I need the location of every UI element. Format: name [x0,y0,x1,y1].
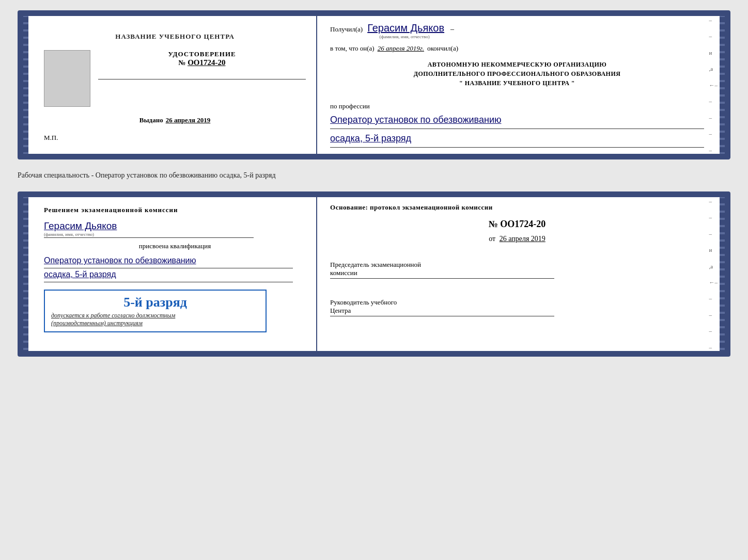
cert1-number-sign: № [179,59,186,67]
certificate-2: Решением экзаменационной комиссии Гераси… [18,191,730,357]
cert1-number-value: OO1724-20 [188,58,225,67]
cert2-name: Герасим Дьяков [44,220,117,232]
cert1-finished-label: окончил(а) [427,44,458,53]
cert1-dash: – [450,25,454,34]
cert2-stamp-box: 5-й разряд допускается к работе согласно… [44,290,267,332]
cert2-head-section: Руководитель учебного Центра [330,294,704,316]
cert1-right-panel: Получил(а) Герасим Дьяков (фамилия, имя,… [317,12,729,158]
cert1-fio-label: (фамилия, имя, отчество) [380,34,430,39]
cert1-in-that-row: в том, что он(а) 26 апреля 2019г. окончи… [330,44,704,53]
cert1-school-name: НАЗВАНИЕ УЧЕБНОГО ЦЕНТРА [115,33,235,41]
cert2-date-value: 26 апреля 2019 [500,235,546,243]
cert2-basis-label: Основание: протокол экзаменационной коми… [330,203,704,212]
cert1-number-label: УДОСТОВЕРЕНИЕ [98,50,306,58]
cert2-name-section: Герасим Дьяков (фамилия, имя, отчество) [44,218,306,238]
photo-placeholder [44,50,90,107]
cert1-profession-value: Оператор установок по обезвоживанию [330,114,704,126]
right-strip-2 [720,193,729,355]
cert2-chairman-section: Председатель экзаменационной комиссии [330,257,704,279]
right-strip [720,12,729,158]
cert2-decision-title: Решением экзаменационной комиссии [44,206,306,214]
cert1-completion-date: 26 апреля 2019г. [378,44,424,53]
cert2-chairman-label: Председатель экзаменационной комиссии [330,261,704,277]
cert1-number-section: УДОСТОВЕРЕНИЕ № OO1724-20 [98,50,306,67]
cert2-head-signature [330,316,554,316]
cert1-profession-label: по профессии [330,102,704,110]
cert1-inst-line3: " НАЗВАНИЕ УЧЕБНОГО ЦЕНТРА " [330,78,704,88]
right-margin-indicators-2: – – – и ,а ←– – – – – [709,193,718,355]
cert1-received-prefix: Получил(а) [330,25,363,34]
cert2-qualification-section: Оператор установок по обезвоживанию осад… [44,254,306,282]
cert2-date-prefix: от [489,235,495,243]
cert1-profession-sub: осадка, 5-й разряд [330,132,704,145]
cert1-issued-row: Выдано 26 апреля 2019 [139,116,211,124]
cert1-recipient-name: Герасим Дьяков [367,22,444,34]
cert2-assigned-label: присвоена квалификация [44,242,306,250]
cert2-right-panel: Основание: протокол экзаменационной коми… [317,193,729,355]
cert1-left-panel: НАЗВАНИЕ УЧЕБНОГО ЦЕНТРА УДОСТОВЕРЕНИЕ №… [19,12,317,158]
cert2-protocol-date: от 26 апреля 2019 [330,235,704,243]
cert1-issued-label: Выдано [139,116,163,124]
cert2-chairman-signature [330,278,554,279]
separator-text: Рабочая специальность - Оператор установ… [18,169,730,182]
cert1-in-that: в том, что он(а) [330,44,375,53]
cert1-mp: М.П. [44,134,58,145]
cert2-qual1: Оператор установок по обезвоживанию [44,254,306,267]
right-margin-indicators: – – и ,а ←– – – – – [709,12,718,158]
certificate-1: НАЗВАНИЕ УЧЕБНОГО ЦЕНТРА УДОСТОВЕРЕНИЕ №… [18,10,730,159]
cert1-recipient-row: Получил(а) Герасим Дьяков (фамилия, имя,… [330,22,704,39]
cert2-head-label: Руководитель учебного Центра [330,298,704,315]
cert1-profession-section: по профессии Оператор установок по обезв… [330,98,704,148]
cert2-left-panel: Решением экзаменационной комиссии Гераси… [19,193,317,355]
cert1-institution: АВТОНОМНУЮ НЕКОММЕРЧЕСКУЮ ОРГАНИЗАЦИЮ ДО… [330,60,704,88]
cert2-fio-label: (фамилия, имя, отчество) [44,232,94,237]
cert1-inst-line2: ДОПОЛНИТЕЛЬНОГО ПРОФЕССИОНАЛЬНОГО ОБРАЗО… [330,69,704,78]
cert2-stamp-rank: 5-й разряд [51,295,259,310]
cert1-inst-line1: АВТОНОМНУЮ НЕКОММЕРЧЕСКУЮ ОРГАНИЗАЦИЮ [330,60,704,69]
cert2-qual2: осадка, 5-й разряд [44,268,306,281]
cert2-stamp-text: допускается к работе согласно должностны… [51,312,259,327]
cert2-protocol-number: № OO1724-20 [330,219,704,230]
cert1-issued-date: 26 апреля 2019 [166,116,211,124]
